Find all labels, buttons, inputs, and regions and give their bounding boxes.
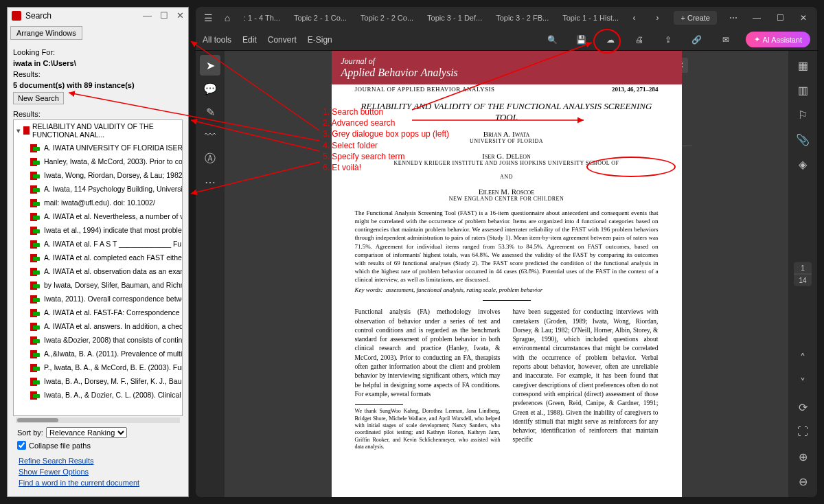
nav-forward-icon[interactable]: › [646, 10, 668, 26]
layers-icon[interactable]: ◈ [792, 154, 813, 174]
search-result-item[interactable]: A. Iwata, 114 Psychology Building, Unive… [14, 182, 182, 196]
search-result-item[interactable]: A. IWATA et al. Nevertheless, a number o… [14, 209, 182, 223]
maximize-icon[interactable]: ☐ [769, 10, 791, 26]
horizontal-scrollbar[interactable] [16, 417, 180, 423]
document-tab[interactable]: Topic 1 - 1 Hist... [556, 10, 623, 26]
search-icon[interactable]: 🔍 [544, 31, 562, 49]
search-result-item[interactable]: by Iwata, Dorsey, Slifer, Bauman, and Ri… [14, 278, 182, 292]
acrobat-icon [12, 11, 21, 21]
window-titlebar: Search — ☐ ✕ [8, 8, 188, 23]
page-up-icon[interactable]: ˄ [792, 347, 813, 368]
edit-menu[interactable]: Edit [242, 35, 257, 45]
result-icon [30, 157, 40, 166]
mail-icon[interactable]: ✉ [717, 31, 735, 49]
new-search-button[interactable]: New Search [13, 92, 64, 104]
search-result-item[interactable]: Iwata &Dozier, 2008) that consists of co… [14, 333, 182, 347]
result-text: A. IWATA UNIVERSITY OF FLORIDA ISER G. D… [44, 144, 182, 152]
more-icon[interactable]: ⋯ [722, 10, 744, 26]
collapse-icon[interactable]: ▾ [16, 126, 21, 135]
close-icon[interactable]: ✕ [792, 10, 814, 26]
panel-icon[interactable]: ▦ [792, 55, 813, 76]
attachments-icon[interactable]: 📎 [792, 129, 813, 150]
document-tab[interactable]: Topic 3 - 2 FB... [489, 10, 556, 26]
result-text: P., Iwata, B. A., & McCord, B. E. (2003)… [44, 363, 182, 371]
result-icon [30, 225, 40, 235]
minimize-icon[interactable]: — [746, 10, 768, 26]
document-title: RELIABILITY AND VALIDITY OF THE FUNCTION… [32, 122, 179, 139]
search-result-item[interactable]: Iwata, B. A., Dorsey, M. F., Slifer, K. … [14, 374, 182, 388]
zoom-in-icon[interactable]: ⊕ [792, 446, 813, 467]
cloud-icon[interactable]: ☁ [602, 31, 619, 49]
comment-icon[interactable]: 💬 [200, 78, 220, 99]
search-result-item[interactable]: A. IWATA et al. observation data as an e… [14, 264, 182, 278]
bookmarks-icon[interactable]: ⚐ [792, 104, 813, 125]
create-button[interactable]: + Create [674, 11, 717, 25]
result-document[interactable]: ▾ RELIABILITY AND VALIDITY OF THE FUNCTI… [14, 120, 182, 141]
search-result-item[interactable]: A. IWATA et al. completed each FAST eith… [14, 251, 182, 264]
search-result-item[interactable]: Iwata et al., 1994) indicate that most p… [14, 223, 182, 237]
find-in-document-link[interactable]: Find a word in the current document [19, 479, 177, 487]
print-icon[interactable]: 🖨 [630, 31, 648, 49]
document-tab[interactable]: Topic 2 - 1 Co... [287, 10, 354, 26]
search-result-item[interactable]: Iwata, B. A., & Dozier, C. L. (2008). Cl… [14, 388, 182, 402]
acrobat-main-window: ☰ ⌂ : 1 - 4 Th...Topic 2 - 1 Co...Topic … [196, 7, 817, 497]
zoom-out-icon[interactable]: ⊖ [792, 471, 813, 492]
search-result-item[interactable]: A. IWATA et al. FAST-FA: Correspondence … [14, 306, 182, 319]
more-tools-icon[interactable]: ⋯ [200, 172, 220, 192]
result-text: A. IWATA et al. FAST-FA: Correspondence … [44, 308, 182, 317]
save-icon[interactable]: 💾 [573, 31, 591, 49]
link-icon[interactable]: 🔗 [688, 31, 706, 49]
search-result-item[interactable]: Iwata, 2011). Overall correspondence bet… [14, 292, 182, 306]
result-icon [30, 349, 40, 358]
arrange-windows-button[interactable]: Arrange Windows [10, 26, 82, 40]
search-result-item[interactable]: A.,&Iwata, B. A. (2011). Prevalence of m… [14, 347, 182, 360]
running-head-left: JOURNAL OF APPLIED BEHAVIOR ANALYSIS [355, 86, 495, 93]
convert-menu[interactable]: Convert [268, 35, 297, 45]
refine-results-link[interactable]: Refine Search Results [19, 457, 177, 465]
result-text: A. IWATA et al. F A S T _____________ Fu… [44, 240, 182, 248]
document-viewport[interactable]: ⋯ ✕ Whole words Case sensitive Include b… [225, 51, 788, 497]
fit-icon[interactable]: ⛶ [792, 422, 813, 442]
result-text: A. IWATA et al. completed each FAST eith… [44, 253, 182, 262]
ai-assistant-button[interactable]: ✦AI Assistant [746, 32, 810, 47]
share-icon[interactable]: ⇪ [659, 31, 677, 49]
esign-menu[interactable]: E-Sign [308, 35, 332, 45]
search-result-item[interactable]: Iwata, Wong, Riordan, Dorsey, & Lau; 198… [14, 168, 182, 182]
search-result-item[interactable]: Hanley, Iwata, & McCord, 2003). Prior to… [14, 154, 182, 168]
search-result-item[interactable]: A. IWATA UNIVERSITY OF FLORIDA ISER G. D… [14, 141, 182, 154]
collapse-paths-checkbox[interactable] [17, 441, 26, 450]
nav-back-icon[interactable]: ‹ [623, 10, 645, 26]
results-list[interactable]: ▾ RELIABILITY AND VALIDITY OF THE FUNCTI… [13, 119, 183, 416]
document-tab[interactable]: Topic 3 - 1 Def... [420, 10, 489, 26]
author-name: Brian A. Iwata [355, 130, 659, 138]
draw-icon[interactable]: 〰 [200, 125, 220, 146]
sort-select[interactable]: Relevance Ranking [46, 427, 127, 438]
result-text: mail: iwata@ufl.edu). doi: 10.1002/ [44, 198, 155, 207]
window-title: Search [25, 11, 143, 21]
minimize-button[interactable]: — [143, 10, 152, 21]
result-icon [30, 294, 40, 303]
thumbnails-icon[interactable]: ▥ [792, 80, 813, 100]
keywords: assessment, functional analysis, rating … [386, 286, 542, 293]
search-result-item[interactable]: A. IWATA et al. F A S T _____________ Fu… [14, 237, 182, 251]
menu-icon[interactable]: ☰ [198, 8, 218, 27]
result-text: Hanley, Iwata, & McCord, 2003). Prior to… [44, 157, 182, 165]
highlight-icon[interactable]: ✎ [200, 102, 220, 122]
rotate-icon[interactable]: ⟳ [792, 397, 813, 417]
page-counter[interactable]: 1 14 [794, 262, 812, 286]
fewer-options-link[interactable]: Show Fewer Options [19, 468, 177, 476]
selection-tool-icon[interactable]: ➤ [200, 55, 220, 76]
result-icon [30, 170, 40, 180]
search-result-item[interactable]: P., Iwata, B. A., & McCord, B. E. (2003)… [14, 360, 182, 374]
maximize-button[interactable]: ☐ [160, 10, 168, 21]
home-icon[interactable]: ⌂ [218, 8, 237, 27]
search-result-item[interactable]: mail: iwata@ufl.edu). doi: 10.1002/ [14, 196, 182, 209]
text-icon[interactable]: Ⓐ [200, 148, 220, 169]
search-result-item[interactable]: A. IWATA et al. answers. In addition, a … [14, 319, 182, 333]
result-icon [30, 184, 40, 194]
page-down-icon[interactable]: ˅ [792, 372, 813, 393]
all-tools-menu[interactable]: All tools [203, 35, 231, 45]
document-tab[interactable]: : 1 - 4 Th... [237, 10, 287, 26]
document-tab[interactable]: Topic 2 - 2 Co... [354, 10, 420, 26]
close-button[interactable]: ✕ [176, 10, 184, 21]
